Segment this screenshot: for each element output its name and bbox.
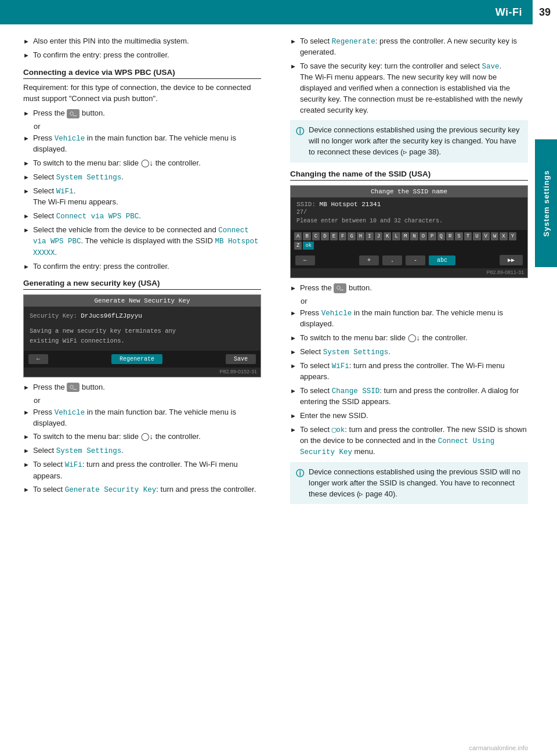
key-t[interactable]: T: [464, 232, 472, 240]
watermark: carmanualonline.info: [469, 744, 528, 751]
or-separator-2: or: [34, 396, 261, 405]
wifi-code3: WiFi: [332, 362, 349, 370]
ssid-counter: 27/: [296, 209, 522, 215]
system-settings-code3: System Settings: [323, 348, 389, 357]
key-f[interactable]: F: [339, 232, 346, 240]
key-i[interactable]: I: [366, 232, 373, 240]
gen-screenshot-warning: Saving a new security key terminates any…: [30, 326, 255, 346]
bullet-arrow-icon: ►: [23, 383, 30, 393]
ssid-vehicle-text: Press Vehicle in the main function bar. …: [300, 308, 528, 330]
key-z[interactable]: Z: [294, 242, 302, 250]
bullet-arrow-icon: ►: [23, 226, 30, 258]
page-number: 39: [533, 0, 557, 24]
key-o[interactable]: O: [419, 232, 427, 240]
wps-slide-text: To switch to the menu bar: slide ◯↓ the …: [33, 158, 261, 169]
key-ok[interactable]: ok: [303, 242, 314, 250]
ssid-plus-btn[interactable]: +: [359, 255, 379, 265]
key-v[interactable]: V: [482, 232, 490, 240]
header-title: Wi-Fi: [495, 6, 522, 19]
key-u[interactable]: U: [473, 232, 480, 240]
key-c[interactable]: C: [312, 232, 320, 240]
bullet-arrow-icon: ►: [23, 408, 30, 429]
gen-regenerate-btn[interactable]: Regenerate: [111, 354, 162, 364]
bullet-arrow-icon: ►: [23, 485, 30, 495]
key-y[interactable]: Y: [509, 232, 516, 240]
wps-bullet-press: ► Press the ◯⎯ button.: [23, 108, 261, 119]
ssid-change-ssid-text: To select Change SSID: turn and press th…: [300, 386, 528, 408]
key-q[interactable]: Q: [437, 232, 445, 240]
ssid-footer: ← + . - abc ▶▶: [291, 252, 527, 268]
ssid-back-btn[interactable]: ←: [295, 255, 315, 265]
key-d[interactable]: D: [321, 232, 328, 240]
key-h[interactable]: H: [357, 232, 364, 240]
wifi-code2: WiFi: [65, 461, 82, 469]
key-b[interactable]: B: [303, 232, 310, 240]
wps-requirement: Requirement: for this type of connection…: [23, 82, 261, 105]
bullet-arrow-icon: ►: [290, 412, 296, 422]
change-ssid-code: Change SSID: [332, 387, 380, 395]
bullet-arrow-icon: ►: [290, 37, 296, 58]
key-a[interactable]: A: [294, 232, 302, 240]
wps-press-btn-text: Press the ◯⎯ button.: [33, 108, 261, 119]
key-n[interactable]: N: [410, 232, 418, 240]
gen-save-btn[interactable]: Save: [226, 354, 256, 364]
ssid-minus-btn[interactable]: -: [406, 255, 425, 265]
intro-bullet-2-text: To confirm the entry: press the controll…: [33, 50, 261, 61]
wps-bullet-vehicle: ► Press Vehicle in the main function bar…: [23, 133, 261, 155]
bullet-arrow-icon: ►: [23, 159, 30, 169]
wps-wifi-text: Select WiFi.The Wi-Fi menu appears.: [33, 186, 261, 208]
bullet-arrow-icon: ►: [23, 134, 30, 155]
key-r[interactable]: R: [446, 232, 454, 240]
ok-code: ▢ok: [332, 426, 345, 434]
right-regenerate-text: To select Regenerate: press the controll…: [300, 36, 528, 58]
ssid-bullet-enter: ► Enter the new SSID.: [290, 411, 528, 422]
key-m[interactable]: M: [402, 232, 409, 240]
key-k[interactable]: K: [384, 232, 391, 240]
bullet-arrow-icon: ►: [23, 51, 30, 61]
ssid-dot-btn[interactable]: .: [382, 255, 402, 265]
gen-system-settings-text: Select System Settings.: [33, 445, 261, 456]
key-x[interactable]: X: [500, 232, 507, 240]
key-e[interactable]: E: [330, 232, 338, 240]
ssid-enter-text: Enter the new SSID.: [300, 411, 528, 422]
info-icon-ssid: ⓘ: [296, 467, 304, 500]
regenerate-code: Regenerate: [332, 38, 375, 46]
wps-confirm-text: To confirm the entry: press the controll…: [33, 261, 261, 272]
vehicle-code: Vehicle: [55, 135, 85, 143]
key-g[interactable]: G: [348, 232, 355, 240]
security-key-value: DrJucs96fLZJpyyu: [81, 312, 142, 319]
key-j[interactable]: J: [375, 232, 382, 240]
ssid-ok2-btn[interactable]: ▶▶: [500, 255, 523, 265]
bullet-arrow-icon: ►: [23, 460, 30, 481]
ssid-abc-btn[interactable]: abc: [429, 255, 455, 265]
connect-pbc-code: Connect via WPS PBC: [56, 213, 139, 221]
gen-bullet-gen-key: ► To select Generate Security Key: turn …: [23, 484, 261, 495]
ssid-screenshot: Change the SSID name SSID: MB Hotspot 21…: [290, 185, 528, 278]
right-bullet-save: ► To save the security key: turn the con…: [290, 61, 528, 116]
side-tab: System settings: [535, 139, 557, 267]
right-save-text: To save the security key: turn the contr…: [300, 61, 528, 116]
controller-icon: ◯⎯: [334, 283, 346, 293]
key-w[interactable]: W: [491, 232, 498, 240]
gen-back-btn[interactable]: ←: [28, 354, 48, 364]
ssid-slide-text: To switch to the menu bar: slide ◯↓ the …: [300, 333, 528, 344]
header-bar: Wi-Fi: [0, 0, 557, 24]
wps-section-heading: Connecting a device via WPS PBC (USA): [23, 68, 261, 79]
gen-bullet-vehicle: ► Press Vehicle in the main function bar…: [23, 407, 261, 429]
right-column: ► To select Regenerate: press the contro…: [284, 36, 528, 509]
key-l[interactable]: L: [392, 232, 400, 240]
bullet-arrow-icon: ►: [23, 109, 30, 119]
info-box-ssid-text: Device connections established using the…: [309, 467, 522, 500]
bullet-arrow-icon: ►: [23, 262, 30, 272]
key-p[interactable]: P: [428, 232, 436, 240]
ssid-wifi-text: To select WiFi: turn and press the contr…: [300, 361, 528, 383]
ssid-bullet-system-settings: ► Select System Settings.: [290, 347, 528, 358]
ssid-bullet-press: ► Press the ◯⎯ button.: [290, 283, 528, 294]
bullet-arrow-icon: ►: [290, 284, 296, 294]
gen-bullet-slide: ► To switch to the menu bar: slide ◯↓ th…: [23, 431, 261, 442]
right-bullet-regenerate: ► To select Regenerate: press the contro…: [290, 36, 528, 58]
security-key-label: Security Key: DrJucs96fLZJpyyu: [30, 311, 255, 322]
info-box-ssid: ⓘ Device connections established using t…: [290, 462, 528, 505]
key-s[interactable]: S: [455, 232, 462, 240]
wps-bullet-select-vehicle: ► Select the vehicle from the device to …: [23, 225, 261, 258]
